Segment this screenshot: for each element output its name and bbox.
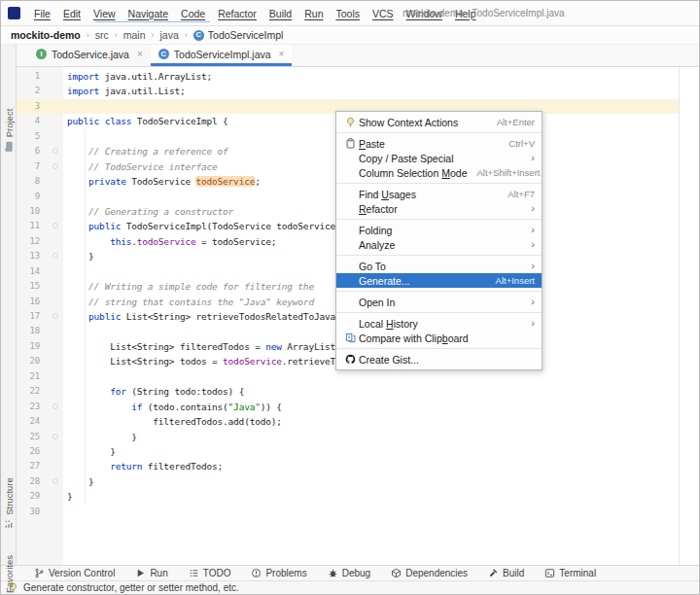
gutter-marker[interactable] <box>44 204 67 219</box>
breadcrumb-item-src[interactable]: src <box>95 29 109 41</box>
gutter-marker[interactable] <box>44 339 67 354</box>
menubar-item-view[interactable]: View <box>93 8 116 19</box>
gutter-marker[interactable] <box>44 459 67 473</box>
breadcrumb-item-mockito-demo[interactable]: mockito-demo <box>11 29 81 41</box>
menubar-item-run[interactable]: Run <box>304 8 323 19</box>
gutter-marker[interactable] <box>44 414 67 429</box>
class-icon: C <box>158 49 169 59</box>
gutter-marker[interactable] <box>44 505 67 519</box>
gutter-marker[interactable] <box>44 295 67 309</box>
toolwindow-button-version-control[interactable]: Version Control <box>34 568 115 578</box>
toolwindow-button-terminal[interactable]: Terminal <box>544 568 596 578</box>
menubar-item-build[interactable]: Build <box>269 8 292 19</box>
menu-item-local-history[interactable]: Local History› <box>336 316 542 331</box>
gutter-marker[interactable] <box>44 400 67 414</box>
gutter-marker[interactable] <box>44 190 67 204</box>
toolwindow-label: Run <box>150 568 167 578</box>
gutter-marker[interactable] <box>44 489 67 504</box>
menubar-item-file[interactable]: File <box>34 8 51 19</box>
gutter-marker[interactable] <box>44 444 67 459</box>
menubar-item-code[interactable]: Code <box>181 8 205 19</box>
gutter-ring-icon <box>52 403 58 409</box>
code-line[interactable]: 25 } <box>17 430 680 444</box>
gutter-marker[interactable] <box>44 144 67 158</box>
menu-item-create-gist[interactable]: Create Gist... <box>336 352 542 367</box>
code-line[interactable]: 30 <box>17 505 680 519</box>
menu-item-label: Folding <box>359 225 392 236</box>
code-line[interactable]: 28 } <box>17 474 680 489</box>
gutter-marker[interactable] <box>44 369 67 384</box>
menu-item-refactor[interactable]: Refactor› <box>336 201 542 216</box>
menu-item-paste[interactable]: PasteCtrl+V <box>336 136 542 151</box>
gutter-marker[interactable] <box>44 354 67 368</box>
menu-separator <box>336 255 542 256</box>
todo-icon <box>189 568 199 578</box>
gutter-marker[interactable] <box>44 264 67 279</box>
gutter-marker[interactable] <box>44 309 67 324</box>
gutter-marker[interactable] <box>44 384 67 399</box>
gutter-marker[interactable] <box>44 234 67 249</box>
tab-todoserviceimpl-java[interactable]: CTodoServiceImpl.java× <box>151 45 293 66</box>
code-text: import java.util.List; <box>67 84 680 98</box>
toolwindow-button-problems[interactable]: Problems <box>251 568 306 578</box>
menu-separator <box>336 291 542 292</box>
gutter-marker[interactable] <box>44 474 67 489</box>
gutter-marker[interactable] <box>44 249 67 263</box>
menu-item-folding[interactable]: Folding› <box>336 223 542 237</box>
menu-item-compare-with-clipboard[interactable]: Compare with Clipboard <box>336 331 542 345</box>
menu-item-go-to[interactable]: Go To› <box>336 259 542 273</box>
menubar-item-refactor[interactable]: Refactor <box>218 8 257 19</box>
breadcrumb-item-java[interactable]: java <box>160 29 179 41</box>
editor-scrollbar[interactable] <box>679 67 699 565</box>
line-number: 2 <box>17 84 44 98</box>
gutter-marker[interactable] <box>44 69 67 84</box>
menu-item-analyze[interactable]: Analyze› <box>336 237 542 252</box>
code-line[interactable]: 23 if (todo.contains("Java")) { <box>17 400 680 414</box>
gutter-marker[interactable] <box>44 430 67 444</box>
branch-icon <box>34 568 45 578</box>
diff-icon <box>341 332 359 343</box>
breadcrumb-item-main[interactable]: main <box>123 29 146 41</box>
gutter-marker[interactable] <box>44 174 67 189</box>
gutter-marker[interactable] <box>44 84 67 98</box>
code-line[interactable]: 2import java.util.List; <box>17 84 680 98</box>
code-line[interactable]: 29} <box>17 489 680 504</box>
menu-item-column-selection-mode[interactable]: Column Selection ModeAlt+Shift+Insert <box>336 165 542 180</box>
toolwindow-button-run[interactable]: Run <box>135 568 167 578</box>
tab-todoservice-java[interactable]: ITodoService.java× <box>28 45 151 66</box>
menu-item-find-usages[interactable]: Find UsagesAlt+F7 <box>336 187 542 201</box>
gutter-marker[interactable] <box>44 324 67 338</box>
breadcrumb-class[interactable]: CTodoServiceImpl <box>193 29 284 41</box>
close-icon[interactable]: × <box>137 49 143 59</box>
menu-item-generate[interactable]: Generate...Alt+Insert <box>336 273 542 288</box>
line-number: 22 <box>17 384 44 399</box>
tool-stripe-structure[interactable]: Structure <box>4 477 15 530</box>
menubar-item-edit[interactable]: Edit <box>63 8 81 19</box>
toolwindow-button-build[interactable]: Build <box>488 568 524 578</box>
toolwindow-button-debug[interactable]: Debug <box>328 568 370 578</box>
menu-item-show-context-actions[interactable]: Show Context ActionsAlt+Enter <box>336 115 542 129</box>
menubar-item-tools[interactable]: Tools <box>335 8 360 19</box>
menu-item-open-in[interactable]: Open In› <box>336 295 542 309</box>
menubar-item-vcs[interactable]: VCS <box>372 8 394 19</box>
gutter-marker[interactable] <box>44 159 67 174</box>
menu-item-copy-paste-special[interactable]: Copy / Paste Special› <box>336 151 542 165</box>
gutter-marker[interactable] <box>44 99 67 114</box>
gutter-marker[interactable] <box>44 279 67 294</box>
code-line[interactable]: 21 <box>17 369 680 384</box>
toolwindow-button-dependencies[interactable]: Dependencies <box>391 568 468 578</box>
code-line[interactable]: 26 } <box>17 444 680 459</box>
gutter-marker[interactable] <box>44 129 67 144</box>
toolwindow-button-todo[interactable]: TODO <box>189 568 231 578</box>
tool-stripe-project[interactable]: Project <box>4 109 15 153</box>
gutter-marker[interactable] <box>44 219 67 233</box>
code-line[interactable]: 1import java.util.ArrayList; <box>17 69 680 84</box>
code-line[interactable]: 27 return filteredTodos; <box>17 459 680 473</box>
gutter-ring-icon <box>52 313 58 319</box>
close-icon[interactable]: × <box>279 49 285 59</box>
gutter-marker[interactable] <box>44 114 67 128</box>
code-line[interactable]: 22 for (String todo:todos) { <box>17 384 680 399</box>
menubar-item-navigate[interactable]: Navigate <box>128 8 168 19</box>
code-line[interactable]: 24 filteredTodos.add(todo); <box>17 414 680 429</box>
tool-stripe-favorites[interactable]: Favorites <box>4 555 15 595</box>
